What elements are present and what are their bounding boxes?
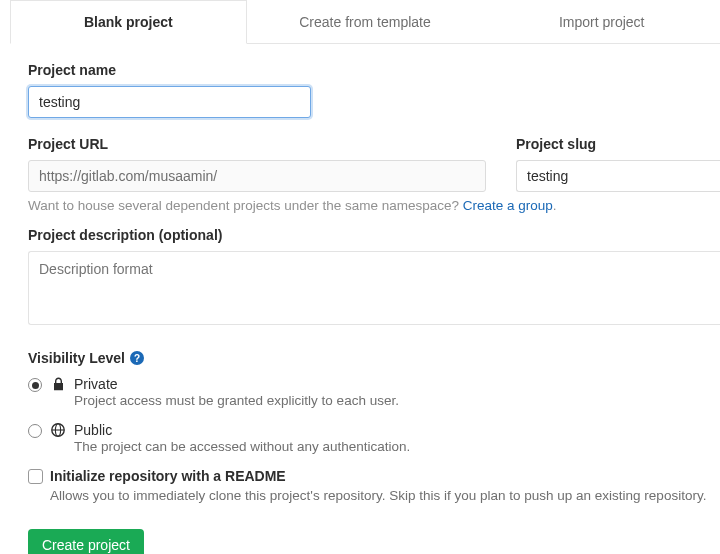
project-url-input[interactable] <box>28 160 486 192</box>
namespace-hint: Want to house several dependent projects… <box>28 198 720 213</box>
visibility-public-sub: The project can be accessed without any … <box>74 439 410 454</box>
create-project-button[interactable]: Create project <box>28 529 144 554</box>
visibility-public-title: Public <box>74 422 410 438</box>
create-group-link[interactable]: Create a group <box>463 198 553 213</box>
initialize-readme-label: Initialize repository with a README <box>50 468 286 484</box>
project-slug-input[interactable] <box>516 160 720 192</box>
tab-import-project[interactable]: Import project <box>483 0 720 43</box>
help-icon[interactable]: ? <box>130 351 144 365</box>
visibility-level-heading: Visibility Level ? <box>28 350 720 366</box>
project-name-input[interactable] <box>28 86 311 118</box>
project-url-label: Project URL <box>28 136 486 152</box>
project-slug-label: Project slug <box>516 136 720 152</box>
visibility-private-option[interactable]: Private Project access must be granted e… <box>28 376 720 408</box>
visibility-private-sub: Project access must be granted explicitl… <box>74 393 399 408</box>
visibility-public-radio[interactable] <box>28 424 42 438</box>
tab-blank-project[interactable]: Blank project <box>10 0 247 44</box>
namespace-hint-text: Want to house several dependent projects… <box>28 198 463 213</box>
initialize-readme-option[interactable]: Initialize repository with a README <box>28 468 720 484</box>
visibility-level-label: Visibility Level <box>28 350 125 366</box>
tabs: Blank project Create from template Impor… <box>10 0 720 44</box>
visibility-private-radio[interactable] <box>28 378 42 392</box>
initialize-readme-checkbox[interactable] <box>28 469 43 484</box>
tab-create-from-template[interactable]: Create from template <box>247 0 484 43</box>
visibility-public-option[interactable]: Public The project can be accessed witho… <box>28 422 720 454</box>
lock-icon <box>50 377 66 391</box>
project-description-label: Project description (optional) <box>28 227 720 243</box>
project-description-input[interactable] <box>28 251 720 325</box>
new-project-form: Project name Project URL Project slug Wa… <box>0 44 720 554</box>
visibility-private-title: Private <box>74 376 399 392</box>
initialize-readme-sub: Allows you to immediately clone this pro… <box>50 488 720 503</box>
globe-icon <box>50 423 66 437</box>
project-name-label: Project name <box>28 62 720 78</box>
